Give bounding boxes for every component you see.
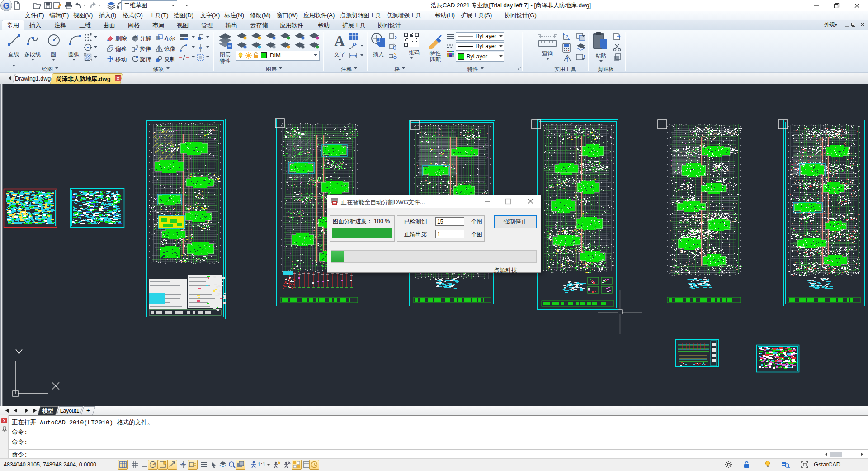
svg-text:G: G [3, 1, 10, 10]
svg-text:A: A [334, 33, 344, 48]
